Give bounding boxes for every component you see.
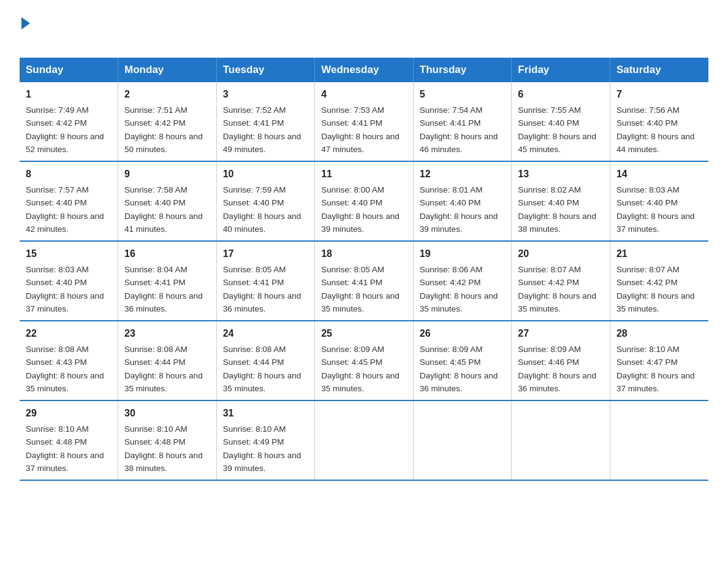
day-info: Sunrise: 8:08 AMSunset: 4:44 PMDaylight:… — [223, 345, 301, 393]
day-info: Sunrise: 8:05 AMSunset: 4:41 PMDaylight:… — [321, 265, 400, 313]
calendar-week-row: 1Sunrise: 7:49 AMSunset: 4:42 PMDaylight… — [20, 82, 708, 161]
calendar-week-row: 22Sunrise: 8:08 AMSunset: 4:43 PMDayligh… — [20, 321, 708, 400]
day-number: 7 — [616, 87, 702, 102]
calendar-cell: 13Sunrise: 8:02 AMSunset: 4:40 PMDayligh… — [512, 161, 610, 241]
day-number: 13 — [518, 167, 604, 182]
day-number: 31 — [223, 406, 309, 421]
day-info: Sunrise: 8:10 AMSunset: 4:48 PMDaylight:… — [124, 424, 203, 473]
calendar-cell: 29Sunrise: 8:10 AMSunset: 4:48 PMDayligh… — [20, 400, 118, 480]
calendar-cell: 24Sunrise: 8:08 AMSunset: 4:44 PMDayligh… — [216, 321, 315, 400]
calendar-cell: 3Sunrise: 7:52 AMSunset: 4:41 PMDaylight… — [216, 82, 315, 161]
calendar-cell: 18Sunrise: 8:05 AMSunset: 4:41 PMDayligh… — [315, 241, 414, 321]
day-number: 12 — [420, 167, 506, 182]
calendar-cell: 10Sunrise: 7:59 AMSunset: 4:40 PMDayligh… — [216, 161, 315, 241]
calendar-cell: 30Sunrise: 8:10 AMSunset: 4:48 PMDayligh… — [118, 400, 217, 480]
calendar-cell: 22Sunrise: 8:08 AMSunset: 4:43 PMDayligh… — [20, 321, 118, 400]
calendar-week-row: 29Sunrise: 8:10 AMSunset: 4:48 PMDayligh… — [20, 400, 708, 480]
calendar-cell: 14Sunrise: 8:03 AMSunset: 4:40 PMDayligh… — [610, 161, 708, 241]
day-number: 29 — [26, 406, 112, 421]
day-number: 21 — [616, 247, 702, 261]
header-monday: Monday — [118, 58, 217, 82]
header-thursday: Thursday — [413, 58, 512, 82]
page-header: Gen — [20, 15, 708, 47]
day-number: 3 — [223, 87, 309, 102]
day-info: Sunrise: 8:09 AMSunset: 4:45 PMDaylight:… — [321, 345, 400, 393]
day-info: Sunrise: 8:10 AMSunset: 4:48 PMDaylight:… — [26, 424, 104, 473]
calendar-cell: 25Sunrise: 8:09 AMSunset: 4:45 PMDayligh… — [315, 321, 414, 400]
day-info: Sunrise: 7:56 AMSunset: 4:40 PMDaylight:… — [616, 105, 695, 154]
logo: Gen — [20, 15, 54, 47]
day-info: Sunrise: 7:58 AMSunset: 4:40 PMDaylight:… — [124, 185, 203, 234]
day-info: Sunrise: 8:07 AMSunset: 4:42 PMDaylight:… — [616, 265, 695, 313]
day-number: 26 — [420, 326, 506, 341]
day-number: 20 — [518, 247, 604, 261]
day-number: 28 — [616, 326, 702, 341]
day-number: 24 — [223, 326, 309, 341]
day-number: 1 — [26, 87, 112, 102]
day-number: 6 — [518, 87, 604, 102]
calendar-cell — [610, 400, 708, 480]
calendar-cell — [315, 400, 414, 480]
day-number: 22 — [26, 326, 112, 341]
day-number: 9 — [124, 167, 210, 182]
day-info: Sunrise: 8:10 AMSunset: 4:49 PMDaylight:… — [223, 424, 301, 473]
day-number: 18 — [321, 247, 407, 261]
calendar-cell: 21Sunrise: 8:07 AMSunset: 4:42 PMDayligh… — [610, 241, 708, 321]
calendar-week-row: 15Sunrise: 8:03 AMSunset: 4:40 PMDayligh… — [20, 241, 708, 321]
calendar-cell: 31Sunrise: 8:10 AMSunset: 4:49 PMDayligh… — [216, 400, 315, 480]
day-info: Sunrise: 8:08 AMSunset: 4:43 PMDaylight:… — [26, 345, 104, 393]
header-tuesday: Tuesday — [216, 58, 315, 82]
calendar-cell: 11Sunrise: 8:00 AMSunset: 4:40 PMDayligh… — [315, 161, 414, 241]
day-number: 27 — [518, 326, 604, 341]
day-number: 10 — [223, 167, 309, 182]
day-info: Sunrise: 7:57 AMSunset: 4:40 PMDaylight:… — [26, 185, 104, 234]
day-info: Sunrise: 8:05 AMSunset: 4:41 PMDaylight:… — [223, 265, 301, 313]
day-info: Sunrise: 8:10 AMSunset: 4:47 PMDaylight:… — [616, 345, 695, 393]
day-number: 30 — [124, 406, 210, 421]
day-info: Sunrise: 8:08 AMSunset: 4:44 PMDaylight:… — [124, 345, 203, 393]
day-info: Sunrise: 7:53 AMSunset: 4:41 PMDaylight:… — [321, 105, 400, 154]
day-info: Sunrise: 7:55 AMSunset: 4:40 PMDaylight:… — [518, 105, 596, 154]
header-friday: Friday — [512, 58, 610, 82]
day-info: Sunrise: 7:54 AMSunset: 4:41 PMDaylight:… — [420, 105, 498, 154]
calendar-cell: 7Sunrise: 7:56 AMSunset: 4:40 PMDaylight… — [610, 82, 708, 161]
day-info: Sunrise: 8:07 AMSunset: 4:42 PMDaylight:… — [518, 265, 596, 313]
calendar-cell: 15Sunrise: 8:03 AMSunset: 4:40 PMDayligh… — [20, 241, 118, 321]
calendar-cell: 23Sunrise: 8:08 AMSunset: 4:44 PMDayligh… — [118, 321, 217, 400]
day-number: 11 — [321, 167, 407, 182]
header-sunday: Sunday — [20, 58, 118, 82]
day-number: 14 — [616, 167, 702, 182]
calendar-cell: 6Sunrise: 7:55 AMSunset: 4:40 PMDaylight… — [512, 82, 610, 161]
day-number: 19 — [420, 247, 506, 261]
day-number: 2 — [124, 87, 210, 102]
day-info: Sunrise: 8:00 AMSunset: 4:40 PMDaylight:… — [321, 185, 400, 234]
day-info: Sunrise: 8:03 AMSunset: 4:40 PMDaylight:… — [26, 265, 104, 313]
day-number: 25 — [321, 326, 407, 341]
calendar-cell: 5Sunrise: 7:54 AMSunset: 4:41 PMDaylight… — [413, 82, 512, 161]
day-info: Sunrise: 8:09 AMSunset: 4:46 PMDaylight:… — [518, 345, 596, 393]
calendar-cell: 9Sunrise: 7:58 AMSunset: 4:40 PMDaylight… — [118, 161, 217, 241]
day-info: Sunrise: 7:51 AMSunset: 4:42 PMDaylight:… — [124, 105, 203, 154]
calendar-cell — [413, 400, 512, 480]
day-number: 16 — [124, 247, 210, 261]
calendar-header-row: SundayMondayTuesdayWednesdayThursdayFrid… — [20, 58, 708, 82]
day-number: 15 — [26, 247, 112, 261]
calendar-cell: 4Sunrise: 7:53 AMSunset: 4:41 PMDaylight… — [315, 82, 414, 161]
header-saturday: Saturday — [610, 58, 708, 82]
calendar-cell: 17Sunrise: 8:05 AMSunset: 4:41 PMDayligh… — [216, 241, 315, 321]
day-number: 8 — [26, 167, 112, 182]
day-info: Sunrise: 8:06 AMSunset: 4:42 PMDaylight:… — [420, 265, 498, 313]
calendar-cell: 27Sunrise: 8:09 AMSunset: 4:46 PMDayligh… — [512, 321, 610, 400]
calendar-cell: 2Sunrise: 7:51 AMSunset: 4:42 PMDaylight… — [118, 82, 217, 161]
day-info: Sunrise: 8:09 AMSunset: 4:45 PMDaylight:… — [420, 345, 498, 393]
calendar-cell: 19Sunrise: 8:06 AMSunset: 4:42 PMDayligh… — [413, 241, 512, 321]
calendar-cell: 26Sunrise: 8:09 AMSunset: 4:45 PMDayligh… — [413, 321, 512, 400]
day-info: Sunrise: 7:52 AMSunset: 4:41 PMDaylight:… — [223, 105, 301, 154]
calendar-cell: 16Sunrise: 8:04 AMSunset: 4:41 PMDayligh… — [118, 241, 217, 321]
calendar-cell: 28Sunrise: 8:10 AMSunset: 4:47 PMDayligh… — [610, 321, 708, 400]
day-info: Sunrise: 7:49 AMSunset: 4:42 PMDaylight:… — [26, 105, 104, 154]
day-info: Sunrise: 8:03 AMSunset: 4:40 PMDaylight:… — [616, 185, 695, 234]
day-info: Sunrise: 8:01 AMSunset: 4:40 PMDaylight:… — [420, 185, 498, 234]
day-info: Sunrise: 8:04 AMSunset: 4:41 PMDaylight:… — [124, 265, 203, 313]
day-info: Sunrise: 7:59 AMSunset: 4:40 PMDaylight:… — [223, 185, 301, 234]
